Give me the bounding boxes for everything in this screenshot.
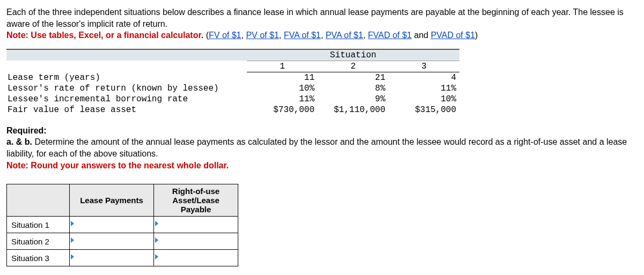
paren-open: (: [203, 31, 209, 40]
link-fvad[interactable]: FVAD of $1: [368, 31, 412, 40]
triangle-icon: [71, 237, 74, 243]
input-rou-3[interactable]: [154, 250, 238, 266]
row-label-fair-value: Fair value of lease asset: [6, 105, 247, 115]
answer-row: Situation 1: [7, 217, 238, 233]
required-section: Required: a. & b. Determine the amount o…: [6, 125, 638, 171]
row-label-term: Lease term (years): [6, 72, 247, 83]
input-lease-3[interactable]: [70, 250, 154, 266]
link-fv[interactable]: FV of $1: [209, 31, 241, 40]
note-use-tables: Note: Use tables, Excel, or a financial …: [6, 31, 203, 40]
answer-row-label-3: Situation 3: [7, 250, 70, 266]
table-row: Lessor's rate of return (known by lessee…: [6, 83, 459, 94]
link-fva[interactable]: FVA of $1: [284, 31, 321, 40]
table-row: Lease term (years) 11 21 4: [6, 72, 459, 83]
answer-row: Situation 2: [7, 233, 238, 250]
answer-row: Situation 3: [7, 250, 238, 266]
required-body: Determine the amount of the annual lease…: [6, 137, 627, 158]
link-pv[interactable]: PV of $1: [246, 31, 279, 40]
link-pvad[interactable]: PVAD of $1: [431, 31, 475, 40]
input-rou-2[interactable]: [154, 233, 238, 250]
col-header-2: 2: [318, 61, 389, 72]
answer-row-label-2: Situation 2: [7, 233, 70, 250]
answer-table: Lease Payments Right-of-use Asset/Lease …: [6, 184, 238, 266]
triangle-icon: [155, 237, 158, 243]
situation-data-table: Situation 1 2 3 Lease term (years) 11 21…: [6, 49, 459, 115]
table-row: Lessee's incremental borrowing rate 11% …: [6, 94, 459, 105]
table-row: Fair value of lease asset $730,000 $1,11…: [6, 105, 459, 115]
required-title: Required:: [6, 126, 47, 135]
required-ab: a. & b.: [6, 137, 32, 146]
input-lease-2[interactable]: [70, 233, 154, 250]
note-round: Note: Round your answers to the nearest …: [6, 161, 229, 170]
col-header-1: 1: [247, 61, 318, 72]
intro-paragraph: Each of the three independent situations…: [6, 6, 638, 41]
row-label-lessor-rate: Lessor's rate of return (known by lessee…: [6, 83, 247, 94]
header-lease-payments: Lease Payments: [70, 184, 154, 217]
row-label-inc-rate: Lessee's incremental borrowing rate: [6, 94, 247, 105]
situation-super-header: [247, 49, 318, 61]
link-pva[interactable]: PVA of $1: [326, 31, 363, 40]
intro-text: Each of the three independent situations…: [6, 8, 624, 28]
input-rou-1[interactable]: [154, 217, 238, 233]
triangle-icon: [155, 254, 158, 259]
header-rou-asset: Right-of-use Asset/Lease Payable: [154, 184, 238, 217]
answer-row-label-1: Situation 1: [7, 217, 70, 233]
input-lease-1[interactable]: [70, 217, 154, 233]
triangle-icon: [155, 221, 158, 226]
triangle-icon: [71, 221, 74, 226]
triangle-icon: [71, 254, 74, 259]
col-header-3: 3: [389, 61, 459, 72]
answer-corner: [7, 184, 70, 217]
